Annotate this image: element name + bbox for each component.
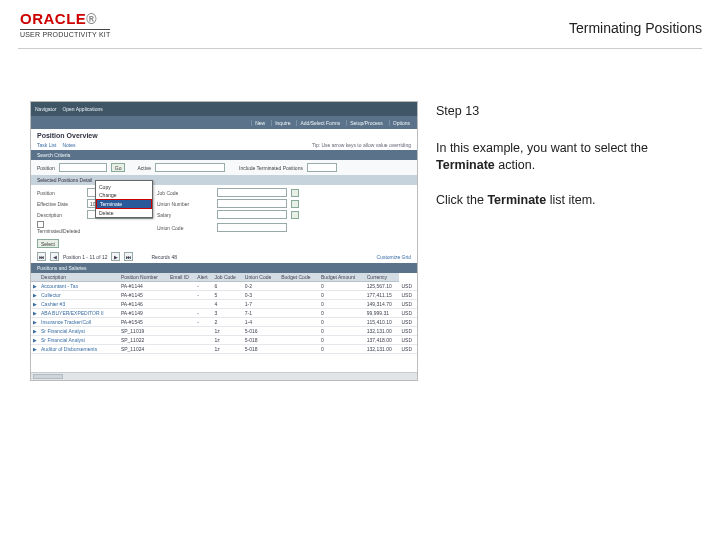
section-subtitle: Task List Notes Tip: Use arrow keys to a…	[31, 142, 417, 150]
fld-unionnum[interactable]	[217, 199, 287, 208]
app-toolbar: New Inquire Add/Select Forms Setup/Proce…	[31, 116, 417, 129]
chk-terminated[interactable]	[37, 221, 44, 228]
dropdown-item-delete[interactable]: Delete	[96, 209, 152, 217]
position-input[interactable]	[59, 163, 107, 172]
pager: ⏮ ◀ Position 1 - 11 of 12 ▶ ⏭ Records 48…	[31, 250, 417, 263]
dropdown-item-terminate[interactable]: Terminate	[96, 199, 152, 209]
step-label: Step 13	[436, 103, 708, 120]
table-row[interactable]: ▶Accountant - TaxPA-#1144-60-20125,567.1…	[31, 282, 417, 291]
horizontal-scrollbar[interactable]	[31, 372, 417, 380]
pager-first[interactable]: ⏮	[37, 252, 46, 261]
pager-next[interactable]: ▶	[111, 252, 120, 261]
lookup-icon[interactable]	[291, 189, 299, 197]
table-row[interactable]: ▶Insurance Tracker/CollPA-#1545-21-40115…	[31, 318, 417, 327]
fld-salary[interactable]	[217, 210, 287, 219]
dropdown-item-change[interactable]: Change	[96, 191, 152, 199]
instruction-line-2: Click the Terminate list item.	[436, 192, 708, 209]
lookup-icon[interactable]	[291, 211, 299, 219]
section-title: Position Overview	[31, 129, 417, 142]
instruction-panel: Step 13 In this example, you want to sel…	[436, 101, 708, 381]
table-row[interactable]: ▶CollectorPA-#1145-50-30177,411.15USD	[31, 291, 417, 300]
table-row[interactable]: ▶Auditor of DisbursementsSP_110241z5-018…	[31, 345, 417, 354]
app-menubar: Navigator Open Applications	[31, 102, 417, 116]
dropdown-item-copy[interactable]: Copy	[96, 183, 152, 191]
pager-last[interactable]: ⏭	[124, 252, 133, 261]
table-row[interactable]: ▶Sr Financial AnalystSP_110191z5-0160132…	[31, 327, 417, 336]
table-row[interactable]: ▶ABA BUYER/EXPEDITOR IIPA-#1149-37-1099,…	[31, 309, 417, 318]
include-term-input[interactable]	[307, 163, 337, 172]
band-search: Search Criteria	[31, 150, 417, 160]
link-notes[interactable]: Notes	[62, 142, 75, 148]
pager-prev[interactable]: ◀	[50, 252, 59, 261]
page-title: Terminating Positions	[569, 20, 702, 36]
action-dropdown[interactable]: Copy Change Terminate Delete	[95, 180, 153, 218]
oracle-logo: ORACLE® USER PRODUCTIVITY KIT	[20, 10, 110, 38]
band-detail: Selected Positions Detail	[31, 175, 417, 185]
toolbar-addselect[interactable]: Add/Select Forms	[296, 120, 343, 126]
fld-jobcode[interactable]	[217, 188, 287, 197]
app-screenshot: Navigator Open Applications New Inquire …	[30, 101, 418, 381]
instruction-line-1: In this example, you want to select the …	[436, 140, 708, 174]
toolbar-new[interactable]: New	[251, 120, 268, 126]
detail-form: Position Job Code Effective Date10/01/20…	[31, 185, 417, 237]
table-row[interactable]: ▶Cashier #3PA-#114641-70149,314.70USD	[31, 300, 417, 309]
active-input[interactable]	[155, 163, 225, 172]
toolbar-inquire[interactable]: Inquire	[271, 120, 293, 126]
positions-grid: Description Position Number Email ID Ale…	[31, 273, 417, 354]
toolbar-setup[interactable]: Setup/Process	[346, 120, 386, 126]
lookup-icon[interactable]	[291, 200, 299, 208]
toolbar-options[interactable]: Options	[389, 120, 413, 126]
table-row[interactable]: ▶Sr Financial AnalystSP_110221z5-0180137…	[31, 336, 417, 345]
fld-unioncode[interactable]	[217, 223, 287, 232]
select-button[interactable]: Select	[37, 239, 59, 248]
filter-row: Position Go Active Include Terminated Po…	[31, 160, 417, 175]
link-tasklist[interactable]: Task List	[37, 142, 56, 148]
customize-grid-link[interactable]: Customize Grid	[377, 254, 411, 260]
go-button[interactable]: Go	[111, 163, 126, 172]
band-positions: Positions and Salaries	[31, 263, 417, 273]
grid-header-row: Description Position Number Email ID Ale…	[31, 273, 417, 282]
